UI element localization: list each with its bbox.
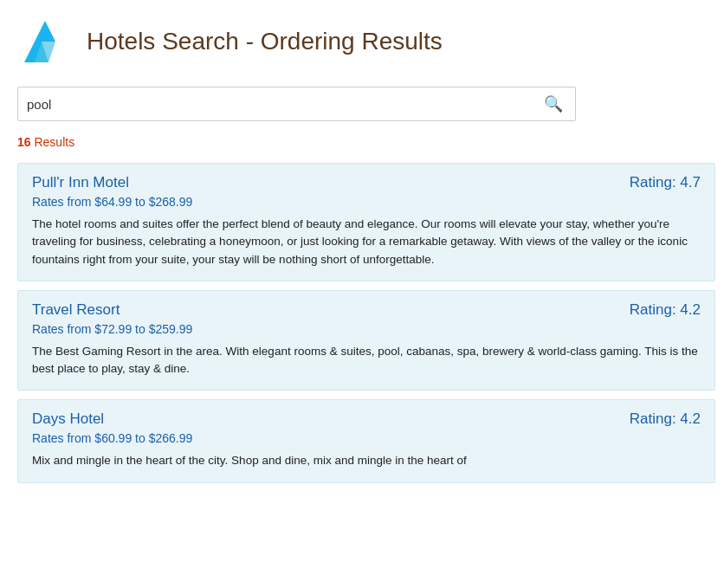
azure-logo: [17, 14, 73, 69]
hotel-header: Days Hotel Rating: 4.2: [32, 410, 701, 428]
hotel-name[interactable]: Travel Resort: [32, 301, 120, 319]
hotel-rating: Rating: 4.2: [630, 301, 701, 319]
hotel-description: Mix and mingle in the heart of the city.…: [32, 452, 701, 469]
hotel-rating: Rating: 4.7: [630, 174, 701, 191]
results-label: Results: [31, 135, 75, 149]
search-icon: 🔍: [544, 94, 563, 113]
results-number: 16: [17, 135, 31, 149]
search-input[interactable]: [27, 97, 540, 112]
hotel-rates: Rates from $72.99 to $259.99: [32, 322, 701, 336]
main-content: Pull'r Inn Motel Rating: 4.7 Rates from …: [0, 156, 724, 588]
logo-container: [17, 14, 73, 69]
hotel-rates: Rates from $64.99 to $268.99: [32, 195, 701, 209]
results-count-bar: 16 Results: [0, 132, 724, 156]
hotel-header: Travel Resort Rating: 4.2: [32, 301, 701, 319]
hotel-card: Days Hotel Rating: 4.2 Rates from $60.99…: [17, 399, 715, 482]
search-box: 🔍: [17, 87, 576, 121]
results-list[interactable]: Pull'r Inn Motel Rating: 4.7 Rates from …: [9, 156, 724, 588]
hotel-rating: Rating: 4.2: [630, 410, 701, 428]
header: Hotels Search - Ordering Results: [0, 0, 724, 80]
search-button[interactable]: 🔍: [540, 91, 566, 117]
hotel-card: Pull'r Inn Motel Rating: 4.7 Rates from …: [17, 163, 715, 281]
hotel-card: Travel Resort Rating: 4.2 Rates from $72…: [17, 290, 715, 391]
hotel-description: The hotel rooms and suites offer the per…: [32, 216, 701, 268]
hotel-name[interactable]: Pull'r Inn Motel: [32, 174, 129, 191]
search-section: 🔍: [0, 80, 724, 132]
hotel-header: Pull'r Inn Motel Rating: 4.7: [32, 174, 701, 191]
hotel-name[interactable]: Days Hotel: [32, 410, 104, 428]
page-title: Hotels Search - Ordering Results: [87, 28, 443, 55]
page-wrapper: Hotels Search - Ordering Results 🔍 16 Re…: [0, 0, 724, 588]
hotel-description: The Best Gaming Resort in the area. With…: [32, 343, 701, 378]
hotel-rates: Rates from $60.99 to $266.99: [32, 431, 701, 445]
